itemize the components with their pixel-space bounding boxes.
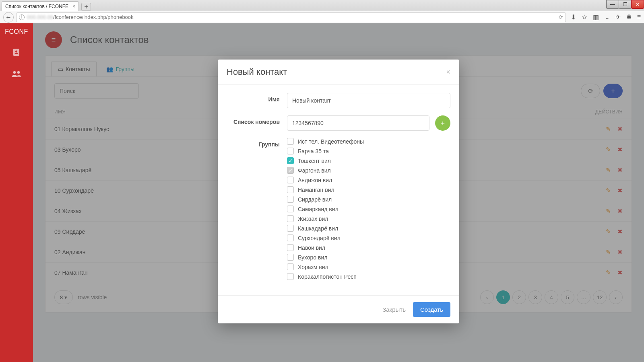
- back-button[interactable]: ←: [3, 12, 14, 23]
- checkbox-icon: [287, 215, 294, 222]
- group-checkbox[interactable]: Бухоро вил: [287, 254, 450, 261]
- group-label: Кашкадарё вил: [298, 225, 338, 232]
- download-icon[interactable]: ⬇: [571, 13, 576, 21]
- group-checkbox[interactable]: Сирдарё вил: [287, 196, 450, 203]
- checkbox-icon: [287, 244, 294, 251]
- group-checkbox[interactable]: ✓Фаргона вил: [287, 167, 450, 174]
- checkbox-icon: [287, 225, 294, 232]
- send-icon[interactable]: ✈: [615, 13, 621, 21]
- checkbox-icon: ✓: [287, 157, 294, 164]
- group-checkbox[interactable]: Коракалпогистон Респ: [287, 273, 450, 280]
- window-minimize-button[interactable]: —: [606, 0, 619, 9]
- checkbox-icon: [287, 196, 294, 203]
- group-label: Ист тел. Видеотелефоны: [298, 138, 364, 145]
- pocket-icon[interactable]: ⌄: [605, 13, 610, 21]
- group-checkbox[interactable]: Наманган вил: [287, 186, 450, 193]
- group-label: Сирдарё вил: [298, 196, 332, 203]
- group-label: Бухоро вил: [298, 254, 327, 261]
- brand-label: FCONF: [5, 28, 28, 35]
- modal-header: Новый контакт ×: [218, 60, 459, 85]
- checkbox-icon: ✓: [287, 167, 294, 174]
- new-tab-button[interactable]: +: [81, 3, 91, 11]
- browser-toolbar-icons: ⬇ ☆ ▥ ⌄ ✈ ✱ ≡: [571, 13, 641, 21]
- group-checkbox[interactable]: Сурхондарё вил: [287, 234, 450, 241]
- tab-close-icon[interactable]: ×: [72, 4, 75, 9]
- label-groups: Группы: [227, 138, 287, 148]
- add-number-button[interactable]: ＋: [435, 115, 450, 131]
- addons-icon[interactable]: ✱: [626, 13, 632, 21]
- group-checkbox[interactable]: Навои вил: [287, 244, 450, 251]
- group-checkbox[interactable]: Ист тел. Видеотелефоны: [287, 138, 450, 145]
- checkbox-icon: [287, 138, 294, 145]
- group-checkbox[interactable]: Барча 35 та: [287, 148, 450, 154]
- group-checkbox[interactable]: Хоразм вил: [287, 263, 450, 270]
- group-checkbox[interactable]: ✓Тошкент вил: [287, 157, 450, 164]
- tab-title: Список контактов / FCONFE: [5, 4, 68, 9]
- url-box[interactable]: i 000.000.00 /fconference/index.php/phon…: [16, 12, 566, 22]
- checkbox-icon: [287, 273, 294, 280]
- svg-point-2: [13, 71, 16, 74]
- main-area: ≡ Список контактов ▭ Контакты 👥 Группы ⟳…: [33, 23, 644, 362]
- name-input[interactable]: [287, 93, 450, 108]
- group-label: Наманган вил: [298, 187, 334, 193]
- group-label: Андижон вил: [298, 177, 332, 183]
- cancel-button[interactable]: Закрыть: [382, 306, 406, 313]
- modal-title: Новый контакт: [227, 67, 287, 77]
- svg-point-3: [17, 71, 20, 74]
- checkbox-icon: [287, 234, 294, 241]
- window-buttons: — ❐ ✕: [607, 0, 644, 9]
- group-label: Тошкент вил: [298, 158, 331, 164]
- group-label: Хоразм вил: [298, 264, 328, 270]
- contacts-icon[interactable]: [9, 45, 24, 60]
- url-blurred-host: 000.000.00: [27, 14, 53, 20]
- checkbox-icon: [287, 254, 294, 261]
- modal-body: Имя Список номеров ＋ Группы Ист тел. Вид…: [218, 85, 459, 295]
- submit-button[interactable]: Создать: [413, 302, 450, 317]
- address-bar-row: ← i 000.000.00 /fconference/index.php/ph…: [0, 11, 644, 23]
- group-checkbox[interactable]: Самарканд вил: [287, 206, 450, 212]
- group-label: Сурхондарё вил: [298, 235, 341, 241]
- new-contact-modal: Новый контакт × Имя Список номеров ＋: [218, 60, 459, 323]
- checkbox-icon: [287, 263, 294, 270]
- modal-close-icon[interactable]: ×: [446, 68, 450, 76]
- label-name: Имя: [227, 93, 287, 103]
- checkbox-icon: [287, 148, 294, 154]
- group-label: Коракалпогистон Респ: [298, 274, 357, 280]
- group-label: Барча 35 та: [298, 148, 329, 154]
- group-checkbox[interactable]: Андижон вил: [287, 177, 450, 183]
- label-numbers: Список номеров: [227, 115, 287, 125]
- group-label: Фаргона вил: [298, 167, 331, 174]
- group-checkbox[interactable]: Кашкадарё вил: [287, 225, 450, 232]
- groups-icon[interactable]: [9, 67, 24, 81]
- bookmark-icon[interactable]: ☆: [582, 13, 587, 21]
- browser-chrome: Список контактов / FCONFE × + — ❐ ✕ ← i …: [0, 0, 644, 23]
- window-close-button[interactable]: ✕: [631, 0, 644, 9]
- svg-point-1: [15, 51, 17, 53]
- number-input[interactable]: [287, 115, 429, 131]
- group-checkbox[interactable]: Жиззах вил: [287, 215, 450, 222]
- sidebar: FCONF: [0, 23, 33, 362]
- app-root: FCONF ≡ Список контактов ▭ Контакты 👥 Гр…: [0, 23, 644, 362]
- browser-tab[interactable]: Список контактов / FCONFE ×: [2, 1, 79, 11]
- window-maximize-button[interactable]: ❐: [619, 0, 632, 9]
- browser-tabbar: Список контактов / FCONFE × + — ❐ ✕: [0, 0, 644, 11]
- group-label: Навои вил: [298, 245, 325, 251]
- checkbox-icon: [287, 177, 294, 183]
- library-icon[interactable]: ▥: [593, 13, 599, 21]
- checkbox-icon: [287, 186, 294, 193]
- checkbox-icon: [287, 206, 294, 212]
- group-label: Жиззах вил: [298, 216, 328, 222]
- menu-icon[interactable]: ≡: [637, 13, 641, 21]
- group-label: Самарканд вил: [298, 206, 339, 212]
- info-icon: i: [19, 14, 25, 20]
- url-path: /fconference/index.php/phonebook: [53, 14, 134, 20]
- reload-icon[interactable]: ⟳: [559, 14, 563, 20]
- group-checklist: Ист тел. ВидеотелефоныБарча 35 та✓Тошкен…: [287, 138, 450, 280]
- modal-footer: Закрыть Создать: [218, 295, 459, 323]
